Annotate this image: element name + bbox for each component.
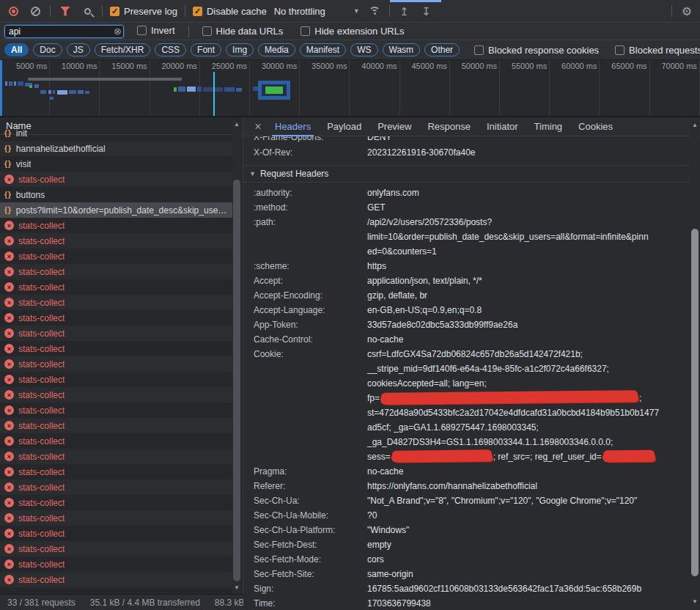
request-name: stats-collect [18, 467, 65, 477]
checkbox-hide-data-urls[interactable]: Hide data URLs [202, 26, 284, 37]
filter-funnel-icon[interactable] [58, 4, 73, 18]
filter-pill-all[interactable]: All [4, 43, 29, 56]
export-har-icon[interactable]: ↧ [419, 4, 434, 18]
checkbox-disable-cache[interactable]: ✓Disable cache [193, 6, 267, 17]
scroll-down-icon[interactable]: ▼ [690, 598, 699, 605]
request-name: stats-collect [18, 544, 65, 554]
header-value: 33d57ade8c02dbc5a333db99ff9ae26a [367, 317, 690, 332]
request-row[interactable]: ×stats-collect [0, 541, 233, 556]
network-conditions-icon[interactable] [367, 4, 382, 18]
checkbox-box[interactable] [474, 45, 484, 55]
request-row[interactable]: ×stats-collect [0, 172, 233, 187]
request-name: posts?limit=10&order=publish_date_desc&s… [16, 205, 229, 216]
request-row[interactable]: ×stats-collect [0, 418, 233, 433]
filter-pill-js[interactable]: JS [67, 43, 90, 56]
checkbox-box[interactable]: ✓ [110, 7, 119, 16]
clear-filter-icon[interactable]: ⊗ [114, 26, 122, 37]
filter-pill-fetch-xhr[interactable]: Fetch/XHR [95, 43, 151, 56]
scroll-up-icon[interactable]: ▲ [232, 121, 241, 128]
request-row[interactable]: ×stats-collect [0, 356, 233, 372]
request-row[interactable]: ×stats-collect [0, 233, 233, 249]
header-row: Pragma:no-cache [243, 464, 690, 479]
request-row[interactable]: {}posts?limit=10&order=publish_date_desc… [0, 202, 233, 218]
waterfall-bar [85, 91, 89, 94]
checkbox-invert[interactable]: Invert [137, 25, 175, 36]
checkbox-blocked-requests[interactable]: Blocked requests [615, 45, 700, 56]
checkbox-blocked-response-cookies[interactable]: Blocked response cookies [474, 45, 599, 56]
checkbox-box[interactable] [615, 45, 625, 55]
filter-pill-font[interactable]: Font [191, 43, 221, 56]
filter-pill-manifest[interactable]: Manifest [300, 43, 346, 56]
tab-initiator[interactable]: Initiator [479, 117, 526, 136]
close-icon[interactable]: × [249, 120, 267, 133]
request-row[interactable]: ×stats-collect [0, 495, 233, 510]
request-row[interactable]: ×stats-collect [0, 279, 233, 295]
filter-pill-css[interactable]: CSS [155, 43, 186, 56]
checkbox-box[interactable] [202, 26, 212, 36]
request-headers-section[interactable]: ▼Request Headers [243, 165, 690, 183]
tab-headers[interactable]: Headers [267, 117, 319, 136]
checkbox-box[interactable]: ✓ [193, 7, 202, 16]
request-row[interactable]: ×stats-collect [0, 526, 233, 541]
waterfall-bar [0, 60, 2, 117]
request-row[interactable]: ×stats-collect [0, 264, 233, 279]
checkbox-box[interactable] [137, 26, 147, 35]
settings-gear-icon[interactable]: ⚙ [679, 4, 694, 18]
request-row[interactable]: {}init [0, 125, 233, 141]
throttling-dropdown[interactable]: No throttling ▼ [274, 6, 360, 17]
record-icon[interactable] [6, 4, 21, 18]
import-har-icon[interactable]: ↥ [397, 4, 412, 18]
search-icon[interactable] [80, 4, 95, 18]
timeline-overview[interactable]: 5000 ms10000 ms15000 ms20000 ms25000 ms3… [0, 60, 700, 117]
request-row[interactable]: ×stats-collect [0, 510, 233, 526]
clear-icon[interactable] [28, 4, 43, 18]
header-value-line: en-GB,en-US;q=0.9,en;q=0.8 [367, 303, 690, 317]
request-row[interactable]: {}buttons [0, 187, 233, 202]
filter-pill-doc[interactable]: Doc [33, 43, 62, 56]
request-row[interactable]: ×stats-collect [0, 326, 233, 341]
filter-pill-ws[interactable]: WS [350, 43, 377, 56]
scroll-down-icon[interactable]: ▼ [232, 584, 241, 591]
header-value-line: no-cache [367, 332, 690, 347]
error-icon: × [4, 405, 14, 415]
request-row[interactable]: ×stats-collect [0, 341, 233, 356]
request-row[interactable]: ×stats-collect [0, 372, 233, 387]
scrollbar-thumb[interactable] [233, 180, 240, 581]
filter-input[interactable] [4, 25, 124, 38]
tab-response[interactable]: Response [419, 117, 479, 136]
filter-pill-media[interactable]: Media [258, 43, 295, 56]
scroll-up-icon[interactable]: ▲ [690, 122, 699, 128]
tab-preview[interactable]: Preview [369, 117, 419, 136]
request-row[interactable]: ×stats-collect [0, 433, 233, 449]
header-value-line: st=472d48a90d5433bfc2a2d17042e4dfdcafd31… [367, 405, 690, 420]
checkbox-preserve-log[interactable]: ✓Preserve log [110, 6, 177, 17]
request-row[interactable]: ×stats-collect [0, 464, 233, 479]
scrollbar-thumb[interactable] [691, 229, 699, 576]
requests-scrollbar[interactable]: ▲ ▼ [232, 121, 241, 594]
divider [50, 5, 51, 17]
checkbox-box[interactable] [301, 26, 310, 36]
header-value: cors [367, 552, 690, 567]
request-row[interactable]: ×stats-collect [0, 218, 233, 233]
tab-timing[interactable]: Timing [526, 117, 571, 136]
request-row[interactable]: ×stats-collect [0, 403, 233, 418]
request-row[interactable]: {}hannahelizabethofficial [0, 141, 233, 156]
tab-payload[interactable]: Payload [319, 117, 369, 136]
filter-pill-wasm[interactable]: Wasm [383, 43, 421, 56]
request-row[interactable]: {}visit [0, 156, 233, 172]
request-row[interactable]: ×stats-collect [0, 295, 233, 310]
request-row[interactable]: ×stats-collect [0, 449, 233, 464]
request-row[interactable]: ×stats-collect [0, 556, 233, 572]
error-icon: × [4, 174, 14, 184]
request-row[interactable]: ×stats-collect [0, 249, 233, 264]
request-row[interactable]: ×stats-collect [0, 310, 233, 326]
request-row[interactable]: ×stats-collect [0, 572, 233, 587]
detail-scrollbar[interactable]: ▲ ▼ [690, 120, 699, 607]
tab-cookies[interactable]: Cookies [570, 117, 621, 136]
header-key: :scheme: [254, 259, 367, 273]
request-row[interactable]: ×stats-collect [0, 387, 233, 403]
request-row[interactable]: ×stats-collect [0, 479, 233, 495]
checkbox-hide-extension-urls[interactable]: Hide extension URLs [301, 26, 404, 37]
filter-pill-img[interactable]: Img [226, 43, 254, 56]
filter-pill-other[interactable]: Other [424, 43, 460, 56]
